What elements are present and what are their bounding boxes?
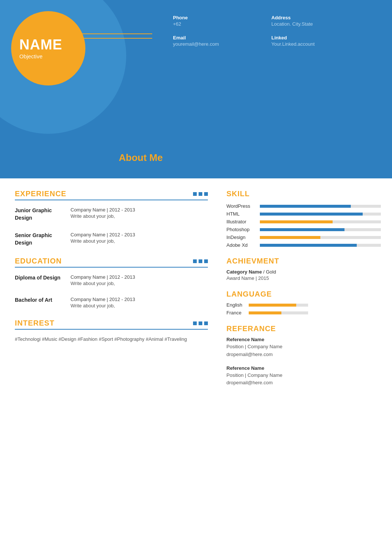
skill-bar-fill-6	[260, 244, 357, 247]
ref-position-2: Position | Company Name	[226, 372, 381, 379]
language-title: LANGUAGE	[226, 290, 381, 298]
phone-label: Phone	[173, 15, 271, 20]
phone-item: Phone +62	[173, 15, 271, 27]
interest-section: INTEREST #Technologi #Music #Design #Fas…	[15, 319, 208, 342]
address-label: Address	[271, 15, 370, 20]
email-value: youremail@here.com	[173, 41, 271, 47]
dot-3	[204, 192, 208, 196]
skill-bar-fill-4	[260, 228, 344, 231]
education-dots	[193, 259, 208, 263]
linked-item: Linked Your.Linked.account	[271, 35, 370, 47]
address-item: Address Location. City.State	[271, 15, 370, 27]
skill-bar-bg-4	[260, 228, 381, 231]
skill-name-5: InDesign	[226, 235, 260, 240]
skill-name-2: HTML	[226, 211, 260, 217]
lang-bar-bg-2	[249, 311, 308, 314]
experience-header: EXPERIENCE	[15, 190, 208, 200]
left-column: EXPERIENCE Junior Graphic Design Company…	[0, 190, 219, 394]
skill-bar-fill-5	[260, 236, 320, 239]
skill-bar-bg-1	[260, 205, 381, 208]
skill-name-4: Photoshop	[226, 227, 260, 232]
skill-item-3: Illustrator	[226, 219, 381, 224]
resume-name: NAME	[19, 37, 62, 53]
header-line-1	[78, 33, 152, 34]
exp-detail-1: Company Name | 2012 - 2013 Write about y…	[71, 207, 208, 221]
skill-item-1: WordPress	[226, 203, 381, 209]
lang-item-1: English	[226, 302, 381, 308]
about-section: About Me	[0, 145, 392, 178]
referance-section: REFERANCE Reference Name Position | Comp…	[226, 324, 381, 387]
skill-name-3: Illustrator	[226, 219, 260, 224]
exp-position-2: Senior Graphic Design	[15, 232, 71, 246]
edu-position-2: Bachelor of Art	[15, 297, 71, 308]
edu-desc-2: Write about your job,	[71, 303, 208, 308]
skill-bar-fill-3	[260, 220, 333, 223]
experience-entry-2: Senior Graphic Design Company Name | 201…	[15, 232, 208, 246]
achievment-category: Category Name / Gold	[226, 269, 381, 275]
header-decorative-lines	[78, 33, 152, 42]
achievment-section: ACHIEVMENT Category Name / Gold Award Na…	[226, 257, 381, 281]
lang-name-1: English	[226, 302, 249, 308]
email-label: Email	[173, 35, 271, 41]
education-section: EDUCATION Diploma of Design Company Name…	[15, 257, 208, 308]
edu-position-1: Diploma of Design	[15, 274, 71, 286]
achievment-award: Award Name | 2015	[226, 275, 381, 281]
linked-value: Your.Linked.account	[271, 41, 370, 47]
about-title: About Me	[119, 152, 370, 164]
skill-item-2: HTML	[226, 211, 381, 217]
resume-objective: Objective	[19, 53, 43, 59]
skill-bar-bg-6	[260, 244, 381, 247]
lang-bar-fill-1	[249, 304, 296, 307]
dot-2	[199, 192, 202, 196]
education-entry-1: Diploma of Design Company Name | 2012 - …	[15, 274, 208, 286]
ref-entry-1: Reference Name Position | Company Name d…	[226, 337, 381, 359]
lang-bar-fill-2	[249, 311, 281, 314]
experience-dots	[193, 192, 208, 196]
exp-detail-2: Company Name | 2012 - 2013 Write about y…	[71, 232, 208, 246]
skill-bar-fill-2	[260, 213, 363, 216]
ref-name-1: Reference Name	[226, 337, 381, 342]
exp-desc-2: Write about your job,	[71, 238, 208, 244]
skill-item-5: InDesign	[226, 235, 381, 240]
interest-text: #Technologi #Music #Design #Fashion #Spo…	[15, 336, 208, 342]
int-dot-1	[193, 321, 197, 325]
email-item: Email youremail@here.com	[173, 35, 271, 47]
exp-company-1: Company Name | 2012 - 2013	[71, 207, 208, 213]
edu-dot-1	[193, 259, 197, 263]
resume-header: NAME Objective Phone +62 Email youremail…	[0, 0, 392, 178]
main-content: EXPERIENCE Junior Graphic Design Company…	[0, 178, 392, 405]
name-circle: NAME Objective	[11, 11, 85, 85]
int-dot-3	[204, 321, 208, 325]
lang-name-2: France	[226, 310, 249, 316]
interest-title: INTEREST	[15, 319, 189, 327]
contact-info: Phone +62 Email youremail@here.com Addre…	[162, 0, 392, 55]
exp-desc-1: Write about your job,	[71, 213, 208, 219]
ref-entry-2: Reference Name Position | Company Name d…	[226, 365, 381, 387]
edu-dot-2	[199, 259, 202, 263]
skill-bar-bg-3	[260, 220, 381, 223]
ref-position-1: Position | Company Name	[226, 343, 381, 351]
right-column: SKILL WordPress HTML Illustrator	[219, 190, 392, 394]
dot-1	[193, 192, 197, 196]
education-title: EDUCATION	[15, 257, 189, 265]
education-entry-2: Bachelor of Art Company Name | 2012 - 20…	[15, 297, 208, 308]
ref-name-2: Reference Name	[226, 365, 381, 371]
interest-dots	[193, 321, 208, 325]
lang-item-2: France	[226, 310, 381, 316]
skill-item-4: Photoshop	[226, 227, 381, 232]
linked-label: Linked	[271, 35, 370, 41]
education-header: EDUCATION	[15, 257, 208, 268]
phone-value: +62	[173, 21, 271, 27]
edu-company-1: Company Name | 2012 - 2013	[71, 274, 208, 280]
edu-desc-1: Write about your job,	[71, 281, 208, 286]
achievment-suffix: / Gold	[262, 269, 276, 275]
referance-title: REFERANCE	[226, 324, 381, 333]
exp-company-2: Company Name | 2012 - 2013	[71, 232, 208, 237]
skill-name-6: Adobe Xd	[226, 242, 260, 248]
contact-col-right: Address Location. City.State Linked Your…	[271, 15, 370, 55]
experience-entry-1: Junior Graphic Design Company Name | 201…	[15, 207, 208, 221]
skill-title: SKILL	[226, 190, 381, 198]
edu-dot-3	[204, 259, 208, 263]
exp-position-1: Junior Graphic Design	[15, 207, 71, 221]
skill-bar-bg-5	[260, 236, 381, 239]
